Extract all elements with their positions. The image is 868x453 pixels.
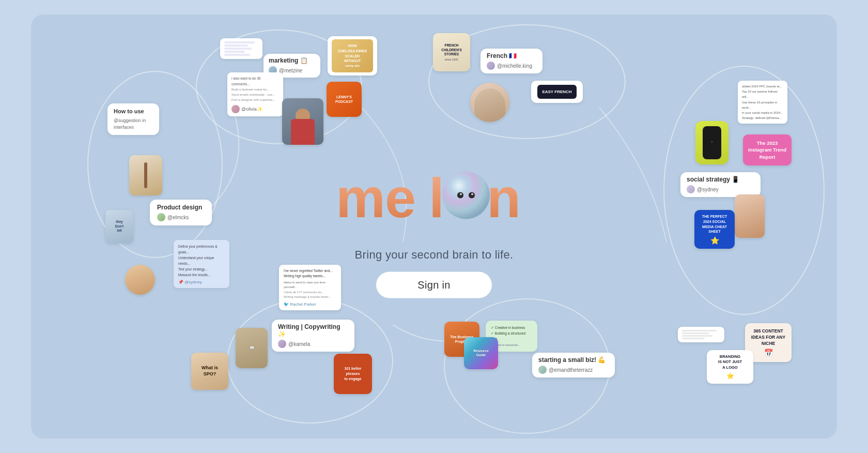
notes-card-user: @olivia✨ [231,105,279,113]
svg-text:e: e [385,167,416,229]
topright-notes-card: added 2024 PPC boards at... Top 20 our p… [738,81,787,124]
french-card: French 🇫🇷 @michelle.king [481,49,542,73]
colorful-resource-card: ResourceGuide [464,337,498,369]
notes-card: I also want to do 30 comments... Build a… [227,72,283,116]
note-card-topleft [220,38,262,59]
how-to-use-sub: @suggestion in interfaces [114,117,153,130]
writing-card: Writing | Copywriting ✨ @kamela [272,320,354,352]
book-cover-bottomleft: 📖 [236,328,268,368]
svg-text:l: l [429,167,444,229]
easy-french-label: EASY FRENCH [537,85,577,99]
svg-point-10 [457,192,463,199]
svg-text:m: m [336,167,383,229]
person-right-card [735,194,765,238]
they-dont-tell-card: theyDon'ttell [105,210,133,243]
blue-notes-card: Define your preferences & goals... Under… [174,240,229,288]
svg-point-11 [469,192,475,199]
phrases-book-card: 101 betterphrasesto engage [334,354,372,394]
wooden-item-card [129,155,162,195]
lennys-podcast-card: LENNY'SPODCAST [327,82,362,117]
starting-biz-title: starting a small biz! 💪 [538,356,609,364]
main-canvas: m e l n [31,14,837,439]
branding-card: BRANDINGIS NOT JUSTA LOGO ⭐ [707,350,753,384]
melon-logo: m e l n [326,155,542,238]
signin-button[interactable]: Sign in [376,272,491,298]
social-strategy-card: social strategy 📱 @sydney [680,172,761,197]
trend-report-card: The 2023 Instagram Trend Report [743,134,792,165]
svg-text:n: n [487,167,521,229]
french-card-user: @michelle.king [487,62,536,70]
social-strategy-title: social strategy 📱 [687,176,754,183]
starting-biz-user: @emandtheterrazz [538,366,609,374]
product-design-title: Product design [157,204,205,211]
how-to-use-title: How to use [114,108,153,115]
person-glasses-card [282,98,323,145]
svg-point-13 [471,193,473,195]
french-children-stories-card: FRENCHCHILDREN'SSTORIES since 1921 [433,33,470,71]
person-portrait-card [470,83,509,122]
writing-card-title: Writing | Copywriting ✨ [278,323,348,338]
content-ideas-label: 365 CONTENT IDEAS FOR ANY NICHE [750,328,786,347]
children-book-card: HOW CHELSEA DINES SCALED WITHOUT using a… [328,36,377,76]
product-design-card: Product design @elmcks [150,200,212,225]
what-is-spo-card: What isSPO? [191,353,228,390]
starting-biz-card: starting a small biz! 💪 @emandtheterrazz [532,353,615,377]
french-card-title: French 🇫🇷 [487,52,536,59]
svg-point-9 [442,172,490,219]
center-hero: m e l n [326,155,542,298]
marketing-card-title: marketing 📋 [269,57,315,64]
content-calendar-card [678,327,724,342]
svg-point-12 [460,193,462,195]
easy-french-card: EASY FRENCH [531,81,583,103]
trend-report-label: The 2023 Instagram Trend Report [748,140,786,160]
product-design-user: @elmcks [157,213,205,221]
how-to-use-card: How to use @suggestion in interfaces [107,103,159,135]
phone-device-card: 📱 [695,121,729,164]
person-sitting-card [125,265,155,295]
writing-card-user: @kamela [278,340,348,348]
social-strategy-user: @sydney [687,185,754,193]
social-cheat-sheet-card: THE PERFECT2024 SOCIALMEDIA CHEATSHEET ⭐ [694,210,735,249]
tagline-text: Bring your second brain to life. [355,248,514,262]
